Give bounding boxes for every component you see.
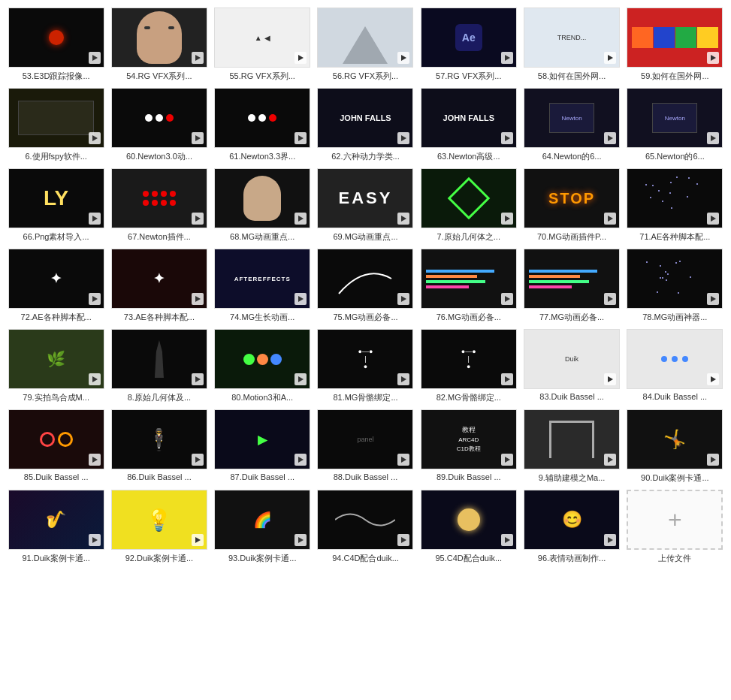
grid-item-53[interactable]: 53.E3D跟踪报像... bbox=[8, 8, 104, 82]
thumbnail-64[interactable]: Newton bbox=[524, 88, 620, 148]
grid-item-64[interactable]: Newton 64.Newton的6... bbox=[523, 88, 620, 162]
grid-item-69[interactable]: EASY69.MG动画重点... bbox=[317, 168, 414, 243]
play-button[interactable] bbox=[192, 293, 204, 305]
thumbnail-7[interactable] bbox=[421, 168, 517, 228]
grid-item-71[interactable]: 71.AE各种脚本配... bbox=[627, 168, 723, 243]
thumbnail-56[interactable] bbox=[317, 8, 413, 68]
thumbnail-54[interactable] bbox=[111, 8, 207, 68]
grid-item-78[interactable]: 78.MG动画神器... bbox=[627, 249, 723, 323]
play-button[interactable] bbox=[501, 213, 513, 225]
play-button[interactable] bbox=[501, 52, 513, 64]
grid-item-80[interactable]: 80.Motion3和A... bbox=[214, 329, 311, 403]
grid-item-74[interactable]: AFTEREFFECTS74.MG生长动画... bbox=[214, 249, 311, 323]
thumbnail-79[interactable]: 🌿 bbox=[8, 329, 104, 389]
grid-item-85[interactable]: 85.Duik Bassel ... bbox=[8, 409, 104, 484]
play-button[interactable] bbox=[295, 373, 307, 385]
grid-item-61[interactable]: 61.Newton3.3界... bbox=[214, 88, 311, 162]
thumbnail-57[interactable]: Ae bbox=[421, 8, 517, 68]
grid-item-63[interactable]: JOHN FALLS63.Newton高级... bbox=[420, 88, 517, 162]
thumbnail-73[interactable]: ✦ bbox=[111, 249, 207, 309]
grid-item-90[interactable]: 🤸90.Duik案例卡通... bbox=[627, 409, 723, 484]
play-button[interactable] bbox=[707, 293, 719, 305]
thumbnail-75[interactable] bbox=[317, 249, 413, 309]
thumbnail-6[interactable] bbox=[8, 88, 104, 148]
play-button[interactable] bbox=[295, 213, 307, 225]
grid-item-6[interactable]: 6.使用fspy软件... bbox=[8, 88, 104, 162]
grid-item-62[interactable]: JOHN FALLS62.六种动力学类... bbox=[317, 88, 414, 162]
play-button[interactable] bbox=[707, 454, 719, 466]
play-button[interactable] bbox=[192, 454, 204, 466]
play-button[interactable] bbox=[397, 454, 409, 466]
thumbnail-92[interactable]: 💡 bbox=[111, 490, 207, 550]
grid-item-95[interactable]: 95.C4D配合duik... bbox=[420, 490, 517, 564]
thumbnail-81[interactable]: ●—●|● bbox=[317, 329, 413, 389]
grid-item-84[interactable]: 84.Duik Bassel ... bbox=[627, 329, 723, 403]
thumbnail-55[interactable]: ▲ ◀ bbox=[214, 8, 310, 68]
grid-item-67[interactable]: 67.Newton插件... bbox=[110, 168, 207, 243]
grid-item-75[interactable]: 75.MG动画必备... bbox=[317, 249, 414, 323]
grid-item-77[interactable]: 77.MG动画必备... bbox=[523, 249, 620, 323]
grid-item-86[interactable]: 🕴86.Duik Bassel ... bbox=[110, 409, 207, 484]
play-button[interactable] bbox=[397, 293, 409, 305]
thumbnail-90[interactable]: 🤸 bbox=[627, 409, 723, 469]
grid-item-81[interactable]: ●—●|●81.MG骨骼绑定... bbox=[317, 329, 414, 403]
play-button[interactable] bbox=[604, 213, 616, 225]
play-button[interactable] bbox=[501, 534, 513, 546]
play-button[interactable] bbox=[501, 293, 513, 305]
thumbnail-83[interactable]: Duik bbox=[524, 329, 620, 389]
play-button[interactable] bbox=[295, 52, 307, 64]
grid-item-92[interactable]: 💡92.Duik案例卡通... bbox=[110, 490, 207, 564]
play-button[interactable] bbox=[89, 52, 101, 64]
thumbnail-66[interactable]: LY bbox=[8, 168, 104, 228]
thumbnail-67[interactable] bbox=[111, 168, 207, 228]
thumbnail-96[interactable]: 😊 bbox=[524, 490, 620, 550]
grid-item-72[interactable]: ✦72.AE各种脚本配... bbox=[8, 249, 104, 323]
grid-item-91[interactable]: 🎷91.Duik案例卡通... bbox=[8, 490, 104, 564]
grid-item-9[interactable]: 9.辅助建模之Ma... bbox=[523, 409, 620, 484]
grid-item-94[interactable]: 94.C4D配合duik... bbox=[317, 490, 414, 564]
thumbnail-62[interactable]: JOHN FALLS bbox=[317, 88, 413, 148]
grid-item-upload[interactable]: +上传文件 bbox=[627, 490, 723, 564]
play-button[interactable] bbox=[89, 534, 101, 546]
grid-item-68[interactable]: 68.MG动画重点... bbox=[214, 168, 311, 243]
thumbnail-69[interactable]: EASY bbox=[317, 168, 413, 228]
play-button[interactable] bbox=[604, 293, 616, 305]
grid-item-55[interactable]: ▲ ◀55.RG VFX系列... bbox=[214, 8, 311, 82]
play-button[interactable] bbox=[89, 132, 101, 144]
play-button[interactable] bbox=[295, 293, 307, 305]
grid-item-93[interactable]: 🌈93.Duik案例卡通... bbox=[214, 490, 311, 564]
grid-item-70[interactable]: STOP70.MG动画插件P... bbox=[523, 168, 620, 243]
grid-item-57[interactable]: Ae57.RG VFX系列... bbox=[420, 8, 517, 82]
thumbnail-82[interactable]: ●—●|● bbox=[421, 329, 517, 389]
play-button[interactable] bbox=[707, 373, 719, 385]
thumbnail-71[interactable] bbox=[627, 168, 723, 228]
play-button[interactable] bbox=[192, 534, 204, 546]
thumbnail-86[interactable]: 🕴 bbox=[111, 409, 207, 469]
play-button[interactable] bbox=[192, 213, 204, 225]
play-button[interactable] bbox=[89, 293, 101, 305]
thumbnail-93[interactable]: 🌈 bbox=[214, 490, 310, 550]
play-button[interactable] bbox=[707, 52, 719, 64]
thumbnail-91[interactable]: 🎷 bbox=[8, 490, 104, 550]
thumbnail-8[interactable] bbox=[111, 329, 207, 389]
grid-item-7[interactable]: 7.原始几何体之... bbox=[420, 168, 517, 243]
thumbnail-63[interactable]: JOHN FALLS bbox=[421, 88, 517, 148]
thumbnail-70[interactable]: STOP bbox=[524, 168, 620, 228]
play-button[interactable] bbox=[501, 373, 513, 385]
play-button[interactable] bbox=[89, 213, 101, 225]
thumbnail-87[interactable]: ▶ bbox=[214, 409, 310, 469]
thumbnail-9[interactable] bbox=[524, 409, 620, 469]
grid-item-82[interactable]: ●—●|●82.MG骨骼绑定... bbox=[420, 329, 517, 403]
play-button[interactable] bbox=[501, 454, 513, 466]
play-button[interactable] bbox=[295, 454, 307, 466]
thumbnail-68[interactable] bbox=[214, 168, 310, 228]
grid-item-65[interactable]: Newton 65.Newton的6... bbox=[627, 88, 723, 162]
thumbnail-53[interactable] bbox=[8, 8, 104, 68]
play-button[interactable] bbox=[604, 52, 616, 64]
play-button[interactable] bbox=[501, 132, 513, 144]
play-button[interactable] bbox=[295, 132, 307, 144]
play-button[interactable] bbox=[397, 132, 409, 144]
grid-item-96[interactable]: 😊96.表情动画制作... bbox=[523, 490, 620, 564]
play-button[interactable] bbox=[397, 213, 409, 225]
thumbnail-94[interactable] bbox=[317, 490, 413, 550]
